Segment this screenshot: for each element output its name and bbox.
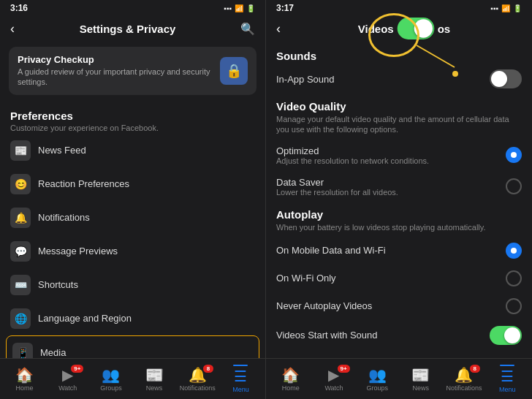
news-icon: 📰 bbox=[145, 366, 164, 384]
message-icon: 💬 bbox=[10, 241, 31, 262]
right-panel: 3:17 ▪▪▪ 📶 🔋 ‹ Videos os Sounds In-App S… bbox=[266, 0, 532, 399]
optimized-radio[interactable] bbox=[506, 147, 522, 163]
right-home-icon: 🏠 bbox=[281, 366, 300, 384]
left-search-button[interactable]: 🔍 bbox=[240, 22, 255, 36]
mobile-data-wifi-label: On Mobile Data and Wi-Fi bbox=[276, 245, 506, 256]
right-nav-groups[interactable]: 👥 Groups bbox=[356, 366, 399, 392]
left-status-bar: 3:16 ▪▪▪ 📶 🔋 bbox=[0, 0, 265, 16]
menu-item-shortcuts[interactable]: ⌨️ Shortcuts bbox=[0, 268, 265, 302]
right-content: Sounds In-App Sound Video Quality Manage… bbox=[266, 44, 532, 358]
right-groups-icon: 👥 bbox=[368, 366, 387, 384]
videos-start-sound-item[interactable]: Videos Start with Sound bbox=[266, 320, 532, 351]
wifi-only-radio[interactable] bbox=[506, 270, 522, 286]
in-app-sound-item[interactable]: In-App Sound bbox=[266, 64, 532, 94]
left-back-button[interactable]: ‹ bbox=[10, 21, 15, 37]
in-app-sound-toggle[interactable] bbox=[490, 69, 522, 88]
right-notifications-badge: 8 bbox=[470, 365, 480, 373]
right-nav-notifications[interactable]: 8 🔔 Notifications bbox=[442, 366, 485, 392]
autoplay-sub: When your battery is low videos stop pla… bbox=[266, 222, 532, 237]
right-watch-badge: 9+ bbox=[338, 365, 350, 373]
right-nav-watch[interactable]: 9+ ▶ Watch bbox=[312, 366, 355, 392]
preferences-subtitle: Customize your experience on Facebook. bbox=[10, 123, 255, 132]
newsfeed-label: News Feed bbox=[38, 145, 86, 156]
right-news-label: News bbox=[412, 384, 429, 392]
right-menu-label: Menu bbox=[499, 386, 516, 393]
optimized-label: Optimized bbox=[276, 145, 506, 156]
left-page-title: Settings & Privacy bbox=[80, 23, 176, 35]
right-nav-menu[interactable]: ☰ Menu bbox=[486, 365, 529, 393]
right-bottom-nav: 🏠 Home 9+ ▶ Watch 👥 Groups 📰 News 8 🔔 No… bbox=[266, 358, 532, 399]
news-label: News bbox=[146, 384, 163, 392]
right-nav-news[interactable]: 📰 News bbox=[399, 366, 442, 392]
privacy-checkup-card[interactable]: Privacy Checkup A guided review of your … bbox=[9, 47, 256, 95]
header-toggle[interactable] bbox=[397, 18, 434, 39]
never-autoplay-radio[interactable] bbox=[506, 298, 522, 314]
left-panel: 3:16 ▪▪▪ 📶 🔋 ‹ Settings & Privacy 🔍 Priv… bbox=[0, 0, 266, 399]
newsfeed-icon: 📰 bbox=[10, 140, 31, 161]
wifi-only-item[interactable]: On Wi-Fi Only bbox=[266, 265, 532, 292]
menu-active-indicator bbox=[233, 365, 248, 366]
videos-start-sound-toggle[interactable] bbox=[490, 326, 522, 345]
datasaver-radio[interactable] bbox=[506, 178, 522, 194]
home-label: Home bbox=[16, 384, 34, 392]
battery-icon: 🔋 bbox=[246, 4, 255, 12]
reaction-label: Reaction Preferences bbox=[38, 178, 129, 189]
mobile-data-wifi-radio[interactable] bbox=[506, 243, 522, 259]
left-content: Privacy Checkup A guided review of your … bbox=[0, 44, 265, 358]
groups-label: Groups bbox=[100, 384, 122, 392]
groups-icon: 👥 bbox=[102, 366, 120, 384]
menu-item-newsfeed[interactable]: 📰 News Feed bbox=[0, 134, 265, 167]
privacy-card-subtitle: A guided review of your important privac… bbox=[18, 66, 214, 88]
video-quality-title: Video Quality bbox=[266, 94, 532, 114]
menu-item-media[interactable]: 📱 Media bbox=[6, 335, 259, 358]
right-menu-active-indicator bbox=[500, 365, 514, 366]
menu-item-reaction[interactable]: 😊 Reaction Preferences bbox=[0, 167, 265, 201]
menu-item-language[interactable]: 🌐 Language and Region bbox=[0, 302, 265, 335]
left-status-time: 3:16 bbox=[10, 3, 28, 13]
right-home-label: Home bbox=[282, 384, 300, 392]
message-label: Message Previews bbox=[38, 246, 118, 256]
mobile-data-wifi-item[interactable]: On Mobile Data and Wi-Fi bbox=[266, 237, 532, 265]
optimized-item[interactable]: Optimized Adjust the resolution to netwo… bbox=[266, 140, 532, 171]
right-nav-home[interactable]: 🏠 Home bbox=[269, 366, 312, 392]
left-nav-header: ‹ Settings & Privacy 🔍 bbox=[0, 16, 265, 44]
right-page-title-2: os bbox=[438, 23, 451, 35]
right-back-button[interactable]: ‹ bbox=[276, 21, 281, 37]
nav-home[interactable]: 🏠 Home bbox=[3, 366, 46, 392]
menu-label: Menu bbox=[232, 386, 249, 393]
nav-notifications[interactable]: 8 🔔 Notifications bbox=[176, 366, 219, 392]
privacy-card-title: Privacy Checkup bbox=[18, 54, 214, 65]
datasaver-sublabel: Lower the resolution for all videos. bbox=[276, 188, 506, 197]
never-autoplay-item[interactable]: Never Autoplay Videos bbox=[266, 292, 532, 320]
menu-item-message-previews[interactable]: 💬 Message Previews bbox=[0, 235, 265, 268]
in-app-sound-knob bbox=[491, 71, 507, 87]
right-status-bar: 3:17 ▪▪▪ 📶 🔋 bbox=[266, 0, 532, 16]
right-status-time: 3:17 bbox=[276, 3, 294, 13]
wifi-icon: 📶 bbox=[235, 4, 243, 12]
nav-news[interactable]: 📰 News bbox=[133, 366, 176, 392]
nav-watch[interactable]: 9+ ▶ Watch bbox=[46, 366, 89, 392]
notifications-label: Notifications bbox=[38, 212, 90, 223]
right-battery-icon: 🔋 bbox=[513, 4, 522, 12]
reaction-icon: 😊 bbox=[10, 174, 31, 194]
video-quality-sub: Manage your default video quality and th… bbox=[266, 114, 532, 140]
right-page-title: Videos bbox=[358, 23, 394, 35]
watch-label: Watch bbox=[58, 384, 77, 392]
nav-menu[interactable]: ☰ Menu bbox=[219, 365, 262, 393]
media-label: Media bbox=[40, 347, 66, 358]
photo-settings-title: Video and Photo Settings bbox=[266, 351, 532, 358]
left-status-icons: ▪▪▪ 📶 🔋 bbox=[224, 4, 255, 12]
media-icon: 📱 bbox=[12, 343, 33, 358]
in-app-sound-label: In-App Sound bbox=[276, 74, 490, 85]
optimized-sublabel: Adjust the resolution to network conditi… bbox=[276, 156, 506, 165]
menu-item-notifications[interactable]: 🔔 Notifications bbox=[0, 201, 265, 235]
wifi-only-label: On Wi-Fi Only bbox=[276, 273, 506, 284]
signal-icon: ▪▪▪ bbox=[224, 4, 232, 12]
datasaver-label: Data Saver bbox=[276, 177, 506, 188]
language-icon: 🌐 bbox=[10, 308, 31, 329]
autoplay-title: Autoplay bbox=[266, 202, 532, 222]
nav-groups[interactable]: 👥 Groups bbox=[89, 366, 132, 392]
datasaver-item[interactable]: Data Saver Lower the resolution for all … bbox=[266, 171, 532, 202]
watch-badge: 9+ bbox=[71, 365, 83, 373]
never-autoplay-label: Never Autoplay Videos bbox=[276, 300, 506, 311]
